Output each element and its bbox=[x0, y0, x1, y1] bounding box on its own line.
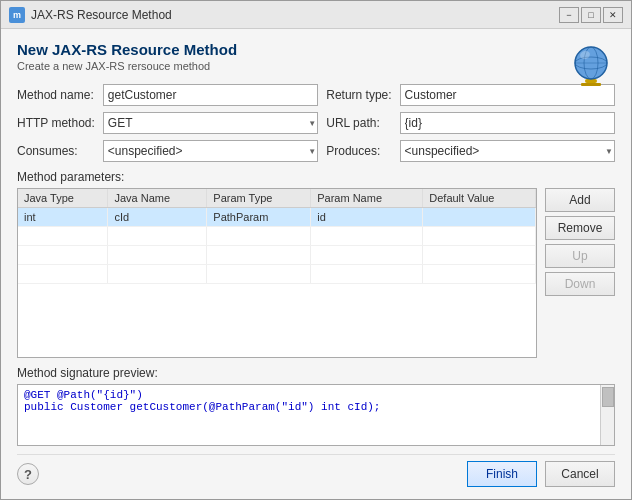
method-name-input[interactable] bbox=[103, 84, 318, 106]
signature-line2: public Customer getCustomer(@PathParam("… bbox=[24, 401, 608, 413]
cancel-button[interactable]: Cancel bbox=[545, 461, 615, 487]
app-icon: m bbox=[9, 7, 25, 23]
dialog-window: m JAX-RS Resource Method − □ ✕ New JAX-R… bbox=[0, 0, 632, 500]
produces-select-wrapper: <unspecified> ▼ bbox=[400, 140, 615, 162]
params-section-label: Method parameters: bbox=[17, 170, 615, 184]
finish-button[interactable]: Finish bbox=[467, 461, 537, 487]
dialog-content: New JAX-RS Resource Method Create a new … bbox=[1, 29, 631, 499]
add-param-button[interactable]: Add bbox=[545, 188, 615, 212]
window-title: JAX-RS Resource Method bbox=[31, 8, 559, 22]
consumes-select[interactable]: <unspecified> bbox=[103, 140, 318, 162]
table-row[interactable]: int cId PathParam id bbox=[18, 208, 536, 227]
consumes-label: Consumes: bbox=[17, 144, 95, 158]
signature-box: @GET @Path("{id}") public Customer getCu… bbox=[17, 384, 615, 446]
table-row-empty-3 bbox=[18, 265, 536, 284]
url-path-input[interactable] bbox=[400, 112, 615, 134]
col-param-name: Param Name bbox=[311, 189, 423, 208]
cell-param-type: PathParam bbox=[207, 208, 311, 227]
params-action-buttons: Add Remove Up Down bbox=[545, 188, 615, 358]
title-bar: m JAX-RS Resource Method − □ ✕ bbox=[1, 1, 631, 29]
consumes-select-wrapper: <unspecified> ▼ bbox=[103, 140, 318, 162]
return-type-label: Return type: bbox=[326, 88, 391, 102]
cell-default-value bbox=[423, 208, 536, 227]
svg-rect-1 bbox=[581, 83, 601, 86]
dialog-title: New JAX-RS Resource Method bbox=[17, 41, 555, 58]
signature-line1: @GET @Path("{id}") bbox=[24, 389, 608, 401]
signature-label: Method signature preview: bbox=[17, 366, 615, 380]
dialog-header: New JAX-RS Resource Method Create a new … bbox=[17, 41, 615, 84]
form-fields: Method name: Return type: HTTP method: G… bbox=[17, 84, 615, 162]
http-method-select[interactable]: GET POST PUT DELETE bbox=[103, 112, 318, 134]
col-param-type: Param Type bbox=[207, 189, 311, 208]
cell-java-name: cId bbox=[108, 208, 207, 227]
remove-param-button[interactable]: Remove bbox=[545, 216, 615, 240]
params-table: Java Type Java Name Param Type Param Nam… bbox=[18, 189, 536, 284]
cell-java-type: int bbox=[18, 208, 108, 227]
minimize-button[interactable]: − bbox=[559, 7, 579, 23]
close-button[interactable]: ✕ bbox=[603, 7, 623, 23]
dialog-action-buttons: Finish Cancel bbox=[467, 461, 615, 487]
produces-select[interactable]: <unspecified> bbox=[400, 140, 615, 162]
globe-icon bbox=[567, 41, 615, 89]
bottom-bar: ? Finish Cancel bbox=[17, 454, 615, 491]
window-controls: − □ ✕ bbox=[559, 7, 623, 23]
down-param-button[interactable]: Down bbox=[545, 272, 615, 296]
up-param-button[interactable]: Up bbox=[545, 244, 615, 268]
dialog-subtitle: Create a new JAX-RS rersouce method bbox=[17, 60, 555, 72]
params-section: Java Type Java Name Param Type Param Nam… bbox=[17, 188, 615, 358]
signature-scrollbar-thumb bbox=[602, 387, 614, 407]
cell-param-name: id bbox=[311, 208, 423, 227]
http-method-select-wrapper: GET POST PUT DELETE ▼ bbox=[103, 112, 318, 134]
table-row-empty-2 bbox=[18, 246, 536, 265]
col-java-name: Java Name bbox=[108, 189, 207, 208]
url-path-label: URL path: bbox=[326, 116, 391, 130]
help-button[interactable]: ? bbox=[17, 463, 39, 485]
table-row-empty-1 bbox=[18, 227, 536, 246]
signature-scrollbar[interactable] bbox=[600, 385, 614, 445]
signature-section: Method signature preview: @GET @Path("{i… bbox=[17, 366, 615, 446]
method-name-label: Method name: bbox=[17, 88, 95, 102]
params-table-container[interactable]: Java Type Java Name Param Type Param Nam… bbox=[17, 188, 537, 358]
http-method-label: HTTP method: bbox=[17, 116, 95, 130]
maximize-button[interactable]: □ bbox=[581, 7, 601, 23]
col-java-type: Java Type bbox=[18, 189, 108, 208]
produces-label: Produces: bbox=[326, 144, 391, 158]
col-default-value: Default Value bbox=[423, 189, 536, 208]
